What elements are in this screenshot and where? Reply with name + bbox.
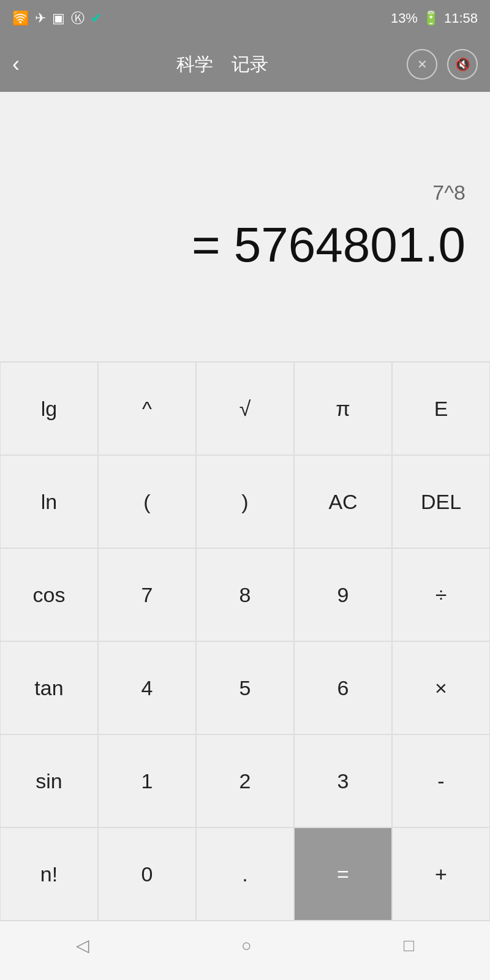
key-tan[interactable]: tan (0, 641, 98, 734)
expression-text: 7^8 (432, 181, 466, 205)
key-AC[interactable]: AC (294, 455, 392, 548)
k-icon: Ⓚ (71, 9, 85, 28)
back-button[interactable]: ‹ (12, 51, 20, 77)
key-cos[interactable]: cos (0, 548, 98, 641)
key-_[interactable]: × (392, 641, 490, 734)
check-icon: ✔ (91, 10, 102, 26)
time-text: 11:58 (444, 10, 478, 26)
top-bar: ‹ 科学 记录 ✕ 🔇 (0, 37, 490, 92)
key-_[interactable]: ÷ (392, 548, 490, 641)
key-sin[interactable]: sin (0, 734, 98, 827)
key-7[interactable]: 7 (98, 548, 196, 641)
volume-icon[interactable]: 🔇 (447, 49, 478, 80)
nav-back[interactable]: ◁ (76, 935, 89, 956)
key-3[interactable]: 3 (294, 734, 392, 827)
nav-recent[interactable]: □ (404, 936, 414, 956)
key-DEL[interactable]: DEL (392, 455, 490, 548)
wifi-icon: 🛜 (12, 10, 29, 26)
key-4[interactable]: 4 (98, 641, 196, 734)
key-_[interactable]: ( (98, 455, 196, 548)
signal-icon: ▣ (52, 10, 65, 26)
top-tabs: 科学 记录 (38, 52, 407, 77)
key-E[interactable]: E (392, 362, 490, 455)
bottom-nav: ◁ ○ □ (0, 921, 490, 970)
battery-text: 13% (391, 10, 418, 26)
display-area: 7^8 = 5764801.0 (0, 92, 490, 361)
key-_[interactable]: - (392, 734, 490, 827)
key-6[interactable]: 6 (294, 641, 392, 734)
key-_[interactable]: + (392, 827, 490, 921)
result-text: = 5764801.0 (192, 217, 466, 273)
top-right-icons: ✕ 🔇 (407, 49, 478, 80)
status-left: 🛜 ✈ ▣ Ⓚ ✔ (12, 9, 102, 28)
key-_[interactable]: ^ (98, 362, 196, 455)
key-8[interactable]: 8 (196, 548, 294, 641)
key-ln[interactable]: ln (0, 455, 98, 548)
key-5[interactable]: 5 (196, 641, 294, 734)
key-1[interactable]: 1 (98, 734, 196, 827)
nav-home[interactable]: ○ (241, 936, 252, 956)
key-_[interactable]: π (294, 362, 392, 455)
mute-icon[interactable]: ✕ (407, 49, 437, 80)
key-9[interactable]: 9 (294, 548, 392, 641)
key-_[interactable]: = (294, 827, 392, 921)
keypad: lg^√πEln()ACDELcos789÷tan456×sin123-n!0.… (0, 361, 490, 921)
battery-icon: 🔋 (423, 10, 439, 26)
key-n_[interactable]: n! (0, 827, 98, 921)
key-0[interactable]: 0 (98, 827, 196, 921)
status-bar: 🛜 ✈ ▣ Ⓚ ✔ 13% 🔋 11:58 (0, 0, 490, 37)
key-_[interactable]: ) (196, 455, 294, 548)
status-right: 13% 🔋 11:58 (391, 10, 478, 26)
tab-history[interactable]: 记录 (232, 52, 268, 77)
key-_[interactable]: √ (196, 362, 294, 455)
key-2[interactable]: 2 (196, 734, 294, 827)
key-_[interactable]: . (196, 827, 294, 921)
tab-science[interactable]: 科学 (176, 52, 213, 77)
plane-icon: ✈ (35, 10, 46, 26)
key-lg[interactable]: lg (0, 362, 98, 455)
